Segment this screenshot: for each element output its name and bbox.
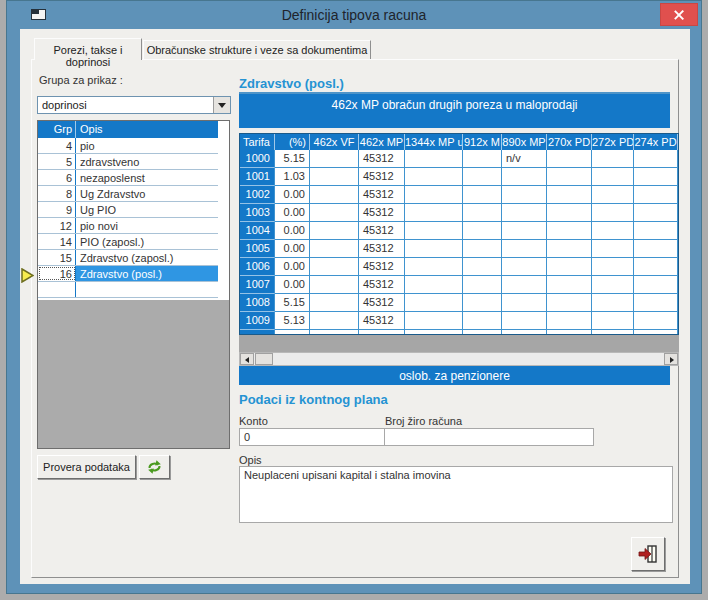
group-row-opis[interactable]: Zdravstvo (posl.) [76, 266, 218, 281]
group-row-opis[interactable]: pio [76, 138, 218, 153]
group-row-opis[interactable]: Ug PIO [76, 202, 218, 217]
value-cell[interactable] [634, 276, 678, 294]
value-cell[interactable] [502, 204, 547, 222]
tax-table-row[interactable]: 10005.1545312n/v [240, 150, 678, 168]
group-row-grp[interactable]: 6 [38, 170, 76, 185]
value-cell[interactable] [547, 222, 592, 240]
group-row[interactable]: 5zdravstveno [38, 154, 218, 170]
value-cell[interactable] [405, 222, 463, 240]
close-button[interactable] [660, 3, 698, 26]
group-row[interactable]: 14PIO (zaposl.) [38, 234, 218, 250]
group-row[interactable]: 15Zdravstvo (zaposl.) [38, 250, 218, 266]
value-cell[interactable] [634, 150, 678, 168]
value-cell[interactable] [463, 294, 502, 312]
value-cell[interactable] [405, 276, 463, 294]
value-cell[interactable] [634, 222, 678, 240]
group-row-grp[interactable]: 8 [38, 186, 76, 201]
combo-dropdown-button[interactable] [213, 97, 230, 113]
value-cell[interactable] [310, 150, 359, 168]
value-cell[interactable] [405, 204, 463, 222]
group-row-grp[interactable]: 5 [38, 154, 76, 169]
value-cell[interactable]: 45312 [359, 276, 405, 294]
value-cell[interactable] [502, 168, 547, 186]
value-cell[interactable] [502, 276, 547, 294]
value-cell[interactable] [502, 186, 547, 204]
value-cell[interactable] [463, 222, 502, 240]
value-cell[interactable] [463, 258, 502, 276]
tarifa-cell[interactable]: 1006 [240, 258, 275, 276]
value-cell[interactable] [634, 258, 678, 276]
tarifa-cell[interactable]: 1008 [240, 294, 275, 312]
value-cell[interactable] [405, 258, 463, 276]
value-cell[interactable]: n/v [502, 150, 547, 168]
tax-table-row[interactable]: 10030.0045312 [240, 204, 678, 222]
value-cell[interactable] [463, 150, 502, 168]
tax-table-row[interactable]: 10011.0345312 [240, 168, 678, 186]
value-cell[interactable] [310, 204, 359, 222]
tax-table-row[interactable]: 10095.1345312 [240, 312, 678, 330]
ziro-racun-input[interactable] [384, 428, 594, 446]
value-cell[interactable] [463, 276, 502, 294]
value-cell[interactable] [634, 240, 678, 258]
group-row-grp[interactable]: 15 [38, 250, 76, 265]
refresh-button[interactable] [139, 455, 170, 479]
value-cell[interactable] [310, 258, 359, 276]
value-cell[interactable]: 0.00 [275, 222, 310, 240]
value-cell[interactable] [502, 258, 547, 276]
group-row-opis[interactable]: PIO (zaposl.) [76, 234, 218, 249]
group-filter-combobox[interactable]: doprinosi [37, 96, 231, 114]
value-cell[interactable] [463, 240, 502, 258]
value-cell[interactable] [634, 312, 678, 330]
value-cell[interactable]: 5.13 [275, 312, 310, 330]
value-cell[interactable] [502, 312, 547, 330]
value-cell[interactable] [592, 240, 634, 258]
value-cell[interactable] [547, 204, 592, 222]
group-row-opis[interactable]: Ug Zdravstvo [76, 186, 218, 201]
tab-obracunske-strukture[interactable]: Obračunske strukture i veze sa dokumenti… [143, 40, 371, 59]
value-cell[interactable] [547, 186, 592, 204]
value-cell[interactable] [547, 294, 592, 312]
value-cell[interactable] [463, 204, 502, 222]
value-cell[interactable]: 1.03 [275, 168, 310, 186]
value-cell[interactable]: 45312 [359, 222, 405, 240]
value-cell[interactable] [634, 204, 678, 222]
group-row[interactable]: 16Zdravstvo (posl.) [38, 266, 218, 282]
group-row[interactable]: 6nezaposlenst [38, 170, 218, 186]
value-cell[interactable] [310, 294, 359, 312]
value-cell[interactable] [547, 276, 592, 294]
value-cell[interactable] [547, 150, 592, 168]
value-cell[interactable] [310, 186, 359, 204]
tarifa-cell[interactable]: 1007 [240, 276, 275, 294]
value-cell[interactable]: 45312 [359, 204, 405, 222]
value-cell[interactable]: 45312 [359, 168, 405, 186]
value-cell[interactable] [634, 294, 678, 312]
tab-porezi[interactable]: Porezi, takse i doprinosi [34, 38, 142, 60]
value-cell[interactable]: 0.00 [275, 258, 310, 276]
group-row-grp[interactable]: 4 [38, 138, 76, 153]
value-cell[interactable]: 45312 [359, 294, 405, 312]
value-cell[interactable] [592, 276, 634, 294]
value-cell[interactable] [405, 186, 463, 204]
value-cell[interactable]: 5.15 [275, 294, 310, 312]
group-row-opis[interactable]: nezaposlenst [76, 170, 218, 185]
tax-table-row[interactable]: 10040.0045312 [240, 222, 678, 240]
tarifa-cell[interactable]: 1001 [240, 168, 275, 186]
value-cell[interactable]: 45312 [359, 312, 405, 330]
tax-table-row[interactable]: 10050.0045312 [240, 240, 678, 258]
tarifa-cell[interactable]: 1000 [240, 150, 275, 168]
value-cell[interactable] [547, 258, 592, 276]
value-cell[interactable] [634, 168, 678, 186]
value-cell[interactable] [405, 240, 463, 258]
group-row-grp[interactable]: 12 [38, 218, 76, 233]
tax-table-row[interactable]: 10020.0045312 [240, 186, 678, 204]
value-cell[interactable]: 0.00 [275, 276, 310, 294]
value-cell[interactable]: 0.00 [275, 204, 310, 222]
value-cell[interactable] [547, 168, 592, 186]
value-cell[interactable] [405, 294, 463, 312]
group-row-grp[interactable]: 16 [38, 266, 76, 281]
value-cell[interactable] [502, 222, 547, 240]
value-cell[interactable] [502, 294, 547, 312]
horizontal-scrollbar[interactable] [239, 352, 679, 366]
value-cell[interactable]: 5.15 [275, 150, 310, 168]
value-cell[interactable]: 45312 [359, 186, 405, 204]
